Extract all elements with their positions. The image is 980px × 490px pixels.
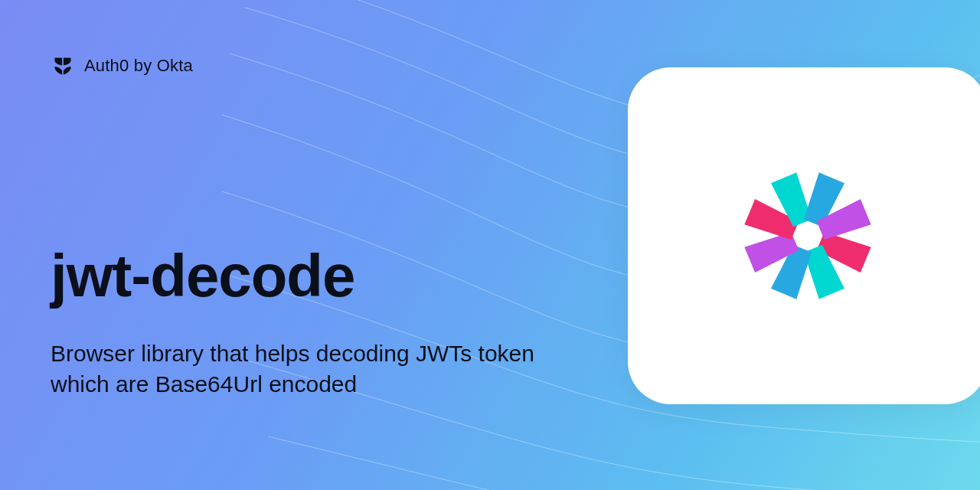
logo-card: [628, 67, 980, 404]
brand-text: Auth0 by Okta: [84, 56, 193, 76]
brand-header: Auth0 by Okta: [52, 55, 193, 77]
banner-canvas: Auth0 by Okta jwt-decode Browser library…: [0, 0, 980, 490]
jwt-burst-icon: [724, 152, 892, 320]
auth0-shield-icon: [52, 55, 74, 77]
page-description: Browser library that helps decoding JWTs…: [51, 338, 571, 400]
page-title: jwt-decode: [51, 245, 571, 308]
main-copy: jwt-decode Browser library that helps de…: [51, 245, 571, 400]
